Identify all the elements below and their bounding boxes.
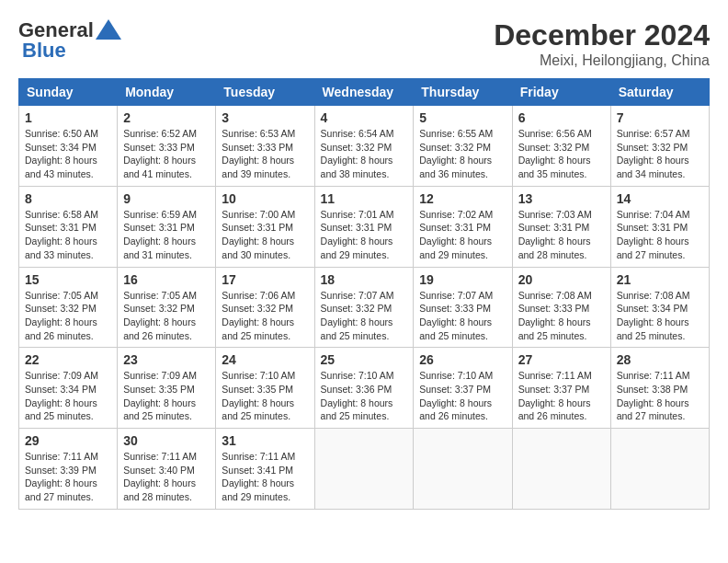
- day-info: Sunrise: 7:10 AM Sunset: 3:35 PM Dayligh…: [222, 369, 308, 423]
- day-cell-23: 23 Sunrise: 7:09 AM Sunset: 3:35 PM Dayl…: [118, 348, 216, 429]
- sub-title: Meixi, Heilongjiang, China: [494, 52, 710, 69]
- day-number: 23: [123, 352, 210, 367]
- day-cell-4: 4 Sunrise: 6:54 AM Sunset: 3:32 PM Dayli…: [314, 106, 414, 187]
- empty-cell: [512, 429, 610, 510]
- day-cell-28: 28 Sunrise: 7:11 AM Sunset: 3:38 PM Dayl…: [610, 348, 709, 429]
- empty-cell: [610, 429, 709, 510]
- day-cell-10: 10 Sunrise: 7:00 AM Sunset: 3:31 PM Dayl…: [216, 186, 314, 267]
- day-cell-1: 1 Sunrise: 6:50 AM Sunset: 3:34 PM Dayli…: [19, 106, 118, 187]
- calendar-week-row: 22 Sunrise: 7:09 AM Sunset: 3:34 PM Dayl…: [19, 348, 710, 429]
- day-number: 15: [25, 272, 111, 287]
- day-number: 28: [617, 352, 703, 367]
- day-number: 1: [25, 110, 111, 125]
- day-info: Sunrise: 7:07 AM Sunset: 3:32 PM Dayligh…: [321, 289, 408, 343]
- svg-marker-0: [96, 19, 121, 40]
- day-number: 30: [123, 433, 210, 448]
- day-info: Sunrise: 6:59 AM Sunset: 3:31 PM Dayligh…: [123, 208, 210, 262]
- day-info: Sunrise: 6:54 AM Sunset: 3:32 PM Dayligh…: [321, 127, 408, 181]
- day-info: Sunrise: 7:11 AM Sunset: 3:40 PM Dayligh…: [123, 450, 210, 504]
- weekday-header-row: Sunday Monday Tuesday Wednesday Thursday…: [19, 79, 710, 106]
- day-cell-30: 30 Sunrise: 7:11 AM Sunset: 3:40 PM Dayl…: [118, 429, 216, 510]
- day-number: 13: [518, 191, 605, 206]
- day-cell-6: 6 Sunrise: 6:56 AM Sunset: 3:32 PM Dayli…: [512, 106, 610, 187]
- logo-blue: Blue: [22, 39, 66, 63]
- calendar-table: Sunday Monday Tuesday Wednesday Thursday…: [18, 78, 710, 510]
- day-cell-18: 18 Sunrise: 7:07 AM Sunset: 3:32 PM Dayl…: [314, 267, 414, 348]
- day-number: 20: [518, 272, 605, 287]
- main-title: December 2024: [494, 18, 710, 52]
- day-info: Sunrise: 7:08 AM Sunset: 3:33 PM Dayligh…: [518, 289, 605, 343]
- day-info: Sunrise: 7:11 AM Sunset: 3:39 PM Dayligh…: [25, 450, 111, 504]
- day-cell-24: 24 Sunrise: 7:10 AM Sunset: 3:35 PM Dayl…: [216, 348, 314, 429]
- day-cell-20: 20 Sunrise: 7:08 AM Sunset: 3:33 PM Dayl…: [512, 267, 610, 348]
- logo: General Blue: [18, 18, 121, 63]
- day-cell-9: 9 Sunrise: 6:59 AM Sunset: 3:31 PM Dayli…: [118, 186, 216, 267]
- title-block: December 2024 Meixi, Heilongjiang, China: [494, 18, 710, 69]
- header-thursday: Thursday: [414, 79, 512, 106]
- day-number: 3: [222, 110, 308, 125]
- day-number: 17: [222, 272, 308, 287]
- day-cell-29: 29 Sunrise: 7:11 AM Sunset: 3:39 PM Dayl…: [19, 429, 118, 510]
- day-number: 11: [321, 191, 408, 206]
- logo-icon: [96, 19, 121, 40]
- day-number: 31: [222, 433, 308, 448]
- day-info: Sunrise: 6:55 AM Sunset: 3:32 PM Dayligh…: [419, 127, 506, 181]
- day-number: 29: [25, 433, 111, 448]
- day-number: 18: [321, 272, 408, 287]
- day-number: 24: [222, 352, 308, 367]
- day-cell-21: 21 Sunrise: 7:08 AM Sunset: 3:34 PM Dayl…: [610, 267, 709, 348]
- day-cell-22: 22 Sunrise: 7:09 AM Sunset: 3:34 PM Dayl…: [19, 348, 118, 429]
- day-info: Sunrise: 7:05 AM Sunset: 3:32 PM Dayligh…: [25, 289, 111, 343]
- day-number: 22: [25, 352, 111, 367]
- day-info: Sunrise: 7:07 AM Sunset: 3:33 PM Dayligh…: [419, 289, 506, 343]
- empty-cell: [314, 429, 414, 510]
- day-info: Sunrise: 7:04 AM Sunset: 3:31 PM Dayligh…: [617, 208, 703, 262]
- day-number: 19: [419, 272, 506, 287]
- day-number: 14: [617, 191, 703, 206]
- day-info: Sunrise: 6:57 AM Sunset: 3:32 PM Dayligh…: [617, 127, 703, 181]
- day-info: Sunrise: 7:00 AM Sunset: 3:31 PM Dayligh…: [222, 208, 308, 262]
- day-number: 8: [25, 191, 111, 206]
- day-number: 26: [419, 352, 506, 367]
- header-saturday: Saturday: [610, 79, 709, 106]
- header-wednesday: Wednesday: [314, 79, 414, 106]
- day-cell-13: 13 Sunrise: 7:03 AM Sunset: 3:31 PM Dayl…: [512, 186, 610, 267]
- day-cell-25: 25 Sunrise: 7:10 AM Sunset: 3:36 PM Dayl…: [314, 348, 414, 429]
- day-info: Sunrise: 7:01 AM Sunset: 3:31 PM Dayligh…: [321, 208, 408, 262]
- day-cell-11: 11 Sunrise: 7:01 AM Sunset: 3:31 PM Dayl…: [314, 186, 414, 267]
- header-friday: Friday: [512, 79, 610, 106]
- header-tuesday: Tuesday: [216, 79, 314, 106]
- day-number: 10: [222, 191, 308, 206]
- calendar-week-row: 8 Sunrise: 6:58 AM Sunset: 3:31 PM Dayli…: [19, 186, 710, 267]
- day-cell-26: 26 Sunrise: 7:10 AM Sunset: 3:37 PM Dayl…: [414, 348, 512, 429]
- day-number: 21: [617, 272, 703, 287]
- day-info: Sunrise: 7:06 AM Sunset: 3:32 PM Dayligh…: [222, 289, 308, 343]
- day-info: Sunrise: 6:58 AM Sunset: 3:31 PM Dayligh…: [25, 208, 111, 262]
- day-number: 4: [321, 110, 408, 125]
- day-number: 16: [123, 272, 210, 287]
- day-cell-15: 15 Sunrise: 7:05 AM Sunset: 3:32 PM Dayl…: [19, 267, 118, 348]
- header-sunday: Sunday: [19, 79, 118, 106]
- day-info: Sunrise: 7:09 AM Sunset: 3:35 PM Dayligh…: [123, 369, 210, 423]
- day-cell-19: 19 Sunrise: 7:07 AM Sunset: 3:33 PM Dayl…: [414, 267, 512, 348]
- calendar-week-row: 1 Sunrise: 6:50 AM Sunset: 3:34 PM Dayli…: [19, 106, 710, 187]
- day-cell-5: 5 Sunrise: 6:55 AM Sunset: 3:32 PM Dayli…: [414, 106, 512, 187]
- day-cell-16: 16 Sunrise: 7:05 AM Sunset: 3:32 PM Dayl…: [118, 267, 216, 348]
- day-number: 12: [419, 191, 506, 206]
- day-cell-2: 2 Sunrise: 6:52 AM Sunset: 3:33 PM Dayli…: [118, 106, 216, 187]
- calendar-week-row: 29 Sunrise: 7:11 AM Sunset: 3:39 PM Dayl…: [19, 429, 710, 510]
- day-cell-7: 7 Sunrise: 6:57 AM Sunset: 3:32 PM Dayli…: [610, 106, 709, 187]
- day-cell-31: 31 Sunrise: 7:11 AM Sunset: 3:41 PM Dayl…: [216, 429, 314, 510]
- day-info: Sunrise: 7:03 AM Sunset: 3:31 PM Dayligh…: [518, 208, 605, 262]
- header-monday: Monday: [118, 79, 216, 106]
- day-info: Sunrise: 7:05 AM Sunset: 3:32 PM Dayligh…: [123, 289, 210, 343]
- day-number: 6: [518, 110, 605, 125]
- day-info: Sunrise: 6:50 AM Sunset: 3:34 PM Dayligh…: [25, 127, 111, 181]
- day-info: Sunrise: 7:11 AM Sunset: 3:38 PM Dayligh…: [617, 369, 703, 423]
- day-cell-8: 8 Sunrise: 6:58 AM Sunset: 3:31 PM Dayli…: [19, 186, 118, 267]
- day-info: Sunrise: 6:56 AM Sunset: 3:32 PM Dayligh…: [518, 127, 605, 181]
- day-info: Sunrise: 7:08 AM Sunset: 3:34 PM Dayligh…: [617, 289, 703, 343]
- day-info: Sunrise: 7:10 AM Sunset: 3:36 PM Dayligh…: [321, 369, 408, 423]
- day-info: Sunrise: 7:09 AM Sunset: 3:34 PM Dayligh…: [25, 369, 111, 423]
- day-number: 9: [123, 191, 210, 206]
